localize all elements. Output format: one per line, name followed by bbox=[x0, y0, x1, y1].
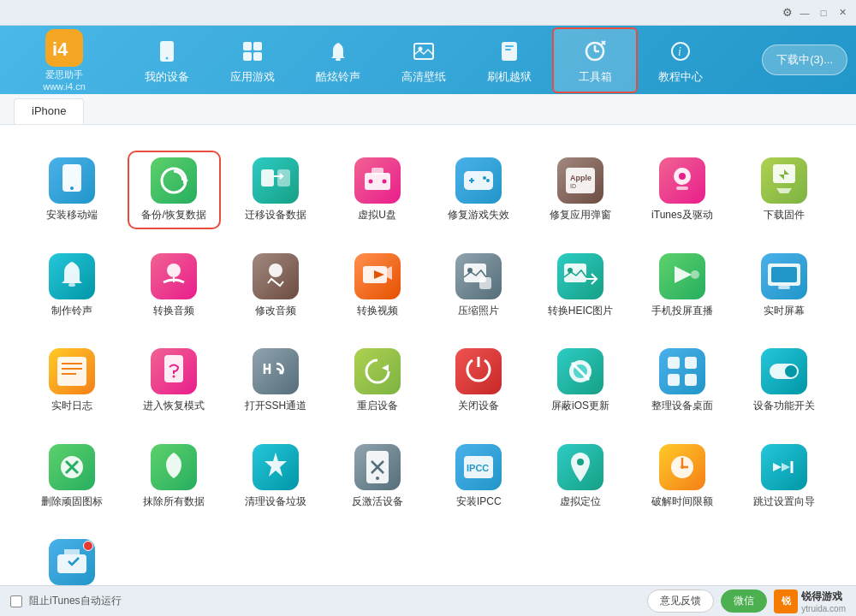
tool-item-skip-setup[interactable]: 跳过设置向导 bbox=[737, 437, 830, 516]
wechat-button[interactable]: 微信 bbox=[721, 589, 767, 613]
svg-rect-94 bbox=[685, 374, 697, 386]
tool-item-backup-restore[interactable]: 备份/恢复数据 bbox=[128, 151, 221, 229]
tool-item-deactivate[interactable]: 反激活设备 bbox=[330, 437, 424, 516]
tool-item-backup-partition[interactable]: 备份引导区数据 bbox=[26, 532, 119, 585]
tool-label-shutdown-device: 关闭设备 bbox=[458, 400, 499, 413]
settings-icon[interactable]: ⚙ bbox=[782, 6, 793, 19]
tool-item-fix-app-popup[interactable]: AppleID修复应用弹窗 bbox=[534, 151, 627, 229]
svg-rect-26 bbox=[261, 169, 274, 187]
svg-rect-91 bbox=[668, 357, 680, 369]
header: i4 爱思助手 www.i4.cn 我的设备应用游戏酷炫铃声高清壁纸刷机越狱工具… bbox=[0, 26, 856, 94]
main-content: 安装移动端备份/恢复数据迁移设备数据虚拟U盘修复游戏失效AppleID修复应用弹… bbox=[0, 125, 856, 585]
svg-point-53 bbox=[167, 264, 181, 277]
svg-rect-73 bbox=[771, 267, 797, 282]
svg-point-56 bbox=[269, 264, 282, 277]
tool-icon-realtime-screen bbox=[761, 253, 807, 299]
tool-label-convert-video: 转换视频 bbox=[357, 305, 398, 318]
tool-label-edit-audio: 修改音频 bbox=[255, 305, 296, 318]
tool-item-organize-desktop[interactable]: 整理设备桌面 bbox=[636, 341, 729, 420]
iphone-tab[interactable]: iPhone bbox=[14, 98, 84, 124]
svg-point-105 bbox=[376, 477, 379, 480]
tool-label-fake-location: 虚拟定位 bbox=[560, 495, 601, 509]
tool-label-fix-game: 修复游戏失效 bbox=[448, 209, 509, 222]
svg-rect-83 bbox=[354, 348, 401, 394]
tool-item-erase-data[interactable]: 抹除所有数据 bbox=[128, 437, 221, 516]
tool-item-device-switch[interactable]: 设备功能开关 bbox=[737, 341, 830, 420]
svg-point-45 bbox=[679, 173, 686, 180]
nav-label-apps: 应用游戏 bbox=[230, 69, 275, 85]
tool-item-install-ipcc[interactable]: IPCC安装IPCC bbox=[432, 437, 526, 516]
tool-item-virtual-udisk[interactable]: 虚拟U盘 bbox=[330, 151, 424, 229]
nav-item-wallpaper[interactable]: 高清壁纸 bbox=[381, 27, 467, 93]
tool-item-open-ssh[interactable]: 打开SSH通道 bbox=[229, 341, 323, 420]
tool-item-fake-location[interactable]: 虚拟定位 bbox=[534, 437, 627, 516]
svg-point-69 bbox=[691, 270, 699, 279]
svg-rect-75 bbox=[57, 357, 86, 386]
bottom-right: 意见反馈 微信 锐 锐得游戏 ytruida.com bbox=[647, 589, 846, 613]
tool-label-virtual-udisk: 虚拟U盘 bbox=[358, 209, 396, 222]
svg-point-31 bbox=[368, 180, 372, 184]
tool-item-restart-device[interactable]: 重启设备 bbox=[330, 341, 424, 420]
tool-item-fix-game[interactable]: 修复游戏失效 bbox=[432, 151, 526, 229]
svg-rect-51 bbox=[68, 283, 75, 287]
tool-item-remove-icon[interactable]: 删除顽固图标 bbox=[26, 437, 119, 516]
svg-text:IPCC: IPCC bbox=[467, 463, 489, 473]
svg-rect-82 bbox=[253, 348, 299, 394]
nav-label-ringtones: 酷炫铃声 bbox=[316, 69, 360, 85]
svg-point-81 bbox=[173, 376, 175, 378]
tool-item-clean-junk[interactable]: 清理设备垃圾 bbox=[229, 437, 323, 516]
tool-item-itunes-driver[interactable]: iTunes及驱动 bbox=[636, 151, 729, 229]
close-button[interactable]: ✕ bbox=[835, 6, 849, 20]
tool-item-realtime-log[interactable]: 实时日志 bbox=[26, 341, 119, 420]
tool-item-realtime-screen[interactable]: 实时屏幕 bbox=[737, 246, 830, 325]
tool-label-make-ringtone: 制作铃声 bbox=[51, 305, 92, 318]
tool-item-shutdown-device[interactable]: 关闭设备 bbox=[432, 341, 526, 420]
brand-name: 锐得游戏 bbox=[801, 589, 846, 604]
tool-label-compress-photo: 压缩照片 bbox=[458, 305, 499, 318]
tool-item-compress-photo[interactable]: 压缩照片 bbox=[432, 246, 526, 325]
minimize-button[interactable]: — bbox=[798, 6, 811, 20]
tool-item-edit-audio[interactable]: 修改音频 bbox=[229, 246, 323, 325]
tool-item-download-firmware[interactable]: 下载固件 bbox=[737, 151, 830, 229]
tool-label-erase-data: 抹除所有数据 bbox=[143, 495, 205, 509]
tool-icon-break-screen-time bbox=[659, 444, 705, 490]
nav-item-ringtones[interactable]: 酷炫铃声 bbox=[295, 27, 381, 93]
brand-logo: 锐 bbox=[774, 589, 798, 613]
tool-icon-fix-game bbox=[455, 157, 502, 204]
tool-item-convert-heic[interactable]: 转换HEIC图片 bbox=[534, 246, 627, 325]
tool-icon-fake-location bbox=[557, 444, 603, 490]
svg-rect-6 bbox=[243, 52, 252, 61]
nav-item-apps[interactable]: 应用游戏 bbox=[210, 27, 295, 93]
tool-icon-restart-device bbox=[354, 348, 401, 394]
maximize-button[interactable]: □ bbox=[817, 6, 830, 20]
tool-icon-backup-partition bbox=[49, 539, 95, 585]
tool-item-convert-audio[interactable]: 转换音频 bbox=[128, 246, 221, 325]
svg-rect-72 bbox=[778, 286, 790, 289]
nav-item-tutorial[interactable]: i教程中心 bbox=[638, 27, 723, 93]
svg-rect-5 bbox=[253, 42, 262, 50]
tool-label-device-switch: 设备功能开关 bbox=[753, 400, 815, 413]
tool-item-recovery-mode[interactable]: 进入恢复模式 bbox=[128, 341, 221, 420]
tabbar: iPhone bbox=[0, 94, 856, 125]
nav-item-toolbox[interactable]: 工具箱 bbox=[552, 27, 638, 93]
download-button[interactable]: 下载中(3)... bbox=[762, 44, 847, 75]
logo-text: 爱思助手 bbox=[45, 68, 83, 81]
tool-item-make-ringtone[interactable]: 制作铃声 bbox=[26, 246, 119, 325]
svg-point-97 bbox=[785, 365, 797, 377]
tool-item-screen-mirror[interactable]: 手机投屏直播 bbox=[636, 246, 729, 325]
tool-icon-make-ringtone bbox=[49, 253, 95, 299]
logo-icon: i4 bbox=[45, 29, 83, 67]
tool-icon-deactivate bbox=[354, 444, 401, 490]
tool-item-block-ios-update[interactable]: 屏蔽iOS更新 bbox=[534, 341, 627, 420]
tool-item-break-screen-time[interactable]: 破解时间限额 bbox=[636, 437, 729, 516]
feedback-button[interactable]: 意见反馈 bbox=[647, 589, 714, 613]
nav-item-my-device[interactable]: 我的设备 bbox=[124, 27, 210, 93]
nav-icon-tutorial: i bbox=[665, 36, 696, 67]
tool-item-install-mobile[interactable]: 安装移动端 bbox=[26, 151, 119, 229]
nav-label-wallpaper: 高清壁纸 bbox=[401, 69, 446, 85]
tool-icon-skip-setup bbox=[761, 444, 807, 490]
nav-item-jailbreak[interactable]: 刷机越狱 bbox=[467, 27, 552, 93]
tool-item-migrate-data[interactable]: 迁移设备数据 bbox=[229, 151, 323, 229]
itunes-checkbox[interactable] bbox=[10, 595, 22, 607]
tool-item-convert-video[interactable]: 转换视频 bbox=[330, 246, 424, 325]
